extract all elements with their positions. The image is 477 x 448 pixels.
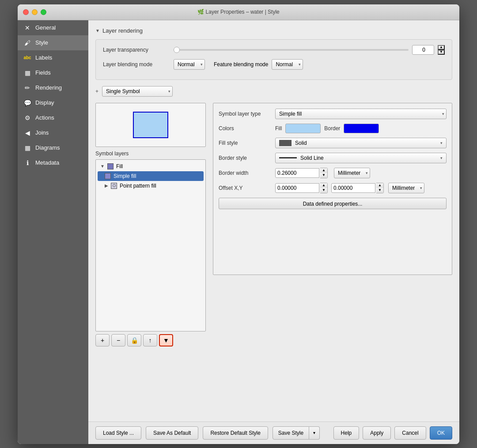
- apply-button[interactable]: Apply: [363, 426, 391, 440]
- border-width-unit-wrapper: Millimeter Pixel Point: [334, 168, 370, 178]
- load-style-button[interactable]: Load Style ...: [95, 426, 141, 440]
- layer-rendering-header: ▼ Layer rendering: [95, 27, 452, 34]
- fill-text-label: Fill: [275, 125, 282, 132]
- offset-x-spin: ▲ ▼: [320, 183, 328, 193]
- offset-inputs: ▲ ▼ ▲ ▼: [275, 183, 424, 193]
- sidebar-item-metadata[interactable]: ℹ Metadata: [18, 155, 88, 170]
- tree-item-simple-fill[interactable]: Simple fill: [98, 171, 204, 181]
- sidebar-label-general: General: [35, 24, 56, 31]
- sidebar-item-general[interactable]: ✕ General: [18, 20, 88, 35]
- remove-layer-button[interactable]: −: [111, 334, 125, 346]
- tree-item-fill[interactable]: ▼ Fill: [98, 162, 204, 171]
- border-width-unit-select[interactable]: Millimeter Pixel Point: [334, 168, 370, 178]
- offset-x-up[interactable]: ▲: [320, 183, 327, 188]
- layer-blending-select[interactable]: Normal Multiply Screen: [174, 59, 205, 70]
- layer-blending-wrapper: Normal Multiply Screen: [174, 59, 205, 70]
- border-color-swatch[interactable]: [344, 124, 379, 133]
- cancel-button[interactable]: Cancel: [394, 426, 426, 440]
- offset-y-spin: ▲ ▼: [376, 183, 384, 193]
- offset-x-down[interactable]: ▼: [320, 188, 327, 193]
- expand-point-icon: ▶: [105, 183, 108, 188]
- border-width-up[interactable]: ▲: [320, 168, 327, 173]
- add-layer-button[interactable]: +: [95, 334, 110, 346]
- tree-item-point-pattern[interactable]: ▶ ⬡ Point pattern fill: [98, 181, 204, 191]
- border-style-value: Solid Line: [300, 155, 324, 161]
- transparency-up-btn[interactable]: ▲: [438, 45, 445, 50]
- maximize-button[interactable]: [41, 9, 46, 15]
- sidebar-label-metadata: Metadata: [35, 159, 59, 166]
- sidebar-item-actions[interactable]: ⚙ Actions: [18, 110, 88, 125]
- offset-unit-select[interactable]: Millimeter Pixel Point: [388, 183, 424, 193]
- sidebar-item-diagrams[interactable]: ▦ Diagrams: [18, 140, 88, 155]
- offset-y-input[interactable]: [331, 183, 375, 193]
- symbol-layer-type-row: Symbol layer type Simple fill Point patt…: [219, 109, 447, 119]
- sidebar-item-style[interactable]: 🖌 Style: [18, 35, 88, 50]
- symbol-preview-panel: Symbol layers ▼ Fill Simple fi: [95, 103, 206, 346]
- offset-unit-wrapper: Millimeter Pixel Point: [388, 183, 424, 193]
- symbol-layer-type-select[interactable]: Simple fill Point pattern fill Line patt…: [275, 109, 447, 119]
- border-style-display[interactable]: Solid Line ▾: [275, 153, 447, 163]
- move-layer-up-button[interactable]: ↑: [143, 334, 157, 346]
- offset-y-down[interactable]: ▼: [376, 188, 383, 193]
- sidebar: ✕ General 🖌 Style abc Labels ▦ Fields ✏ …: [18, 20, 88, 444]
- transparency-down-btn[interactable]: ▼: [438, 50, 445, 55]
- offset-label: Offset X,Y: [219, 185, 272, 191]
- fill-style-label: Fill style: [219, 140, 272, 146]
- fill-color-icon: [107, 163, 114, 169]
- border-width-label: Border width: [219, 170, 272, 176]
- table-icon: ▦: [23, 68, 32, 77]
- offset-y-up[interactable]: ▲: [376, 183, 383, 188]
- help-button[interactable]: Help: [333, 426, 360, 440]
- border-style-label: Border style: [219, 155, 272, 161]
- offset-x-input[interactable]: [275, 183, 319, 193]
- chat-icon: 💬: [23, 98, 32, 107]
- fill-style-swatch: [279, 140, 292, 146]
- symbol-display-area: Symbol layers ▼ Fill Simple fi: [95, 103, 452, 346]
- sidebar-label-joins: Joins: [35, 129, 49, 136]
- symbol-preview-box: [95, 103, 206, 147]
- save-style-group: Save Style ▾: [273, 426, 320, 440]
- symbol-type-select[interactable]: Single Symbol Categorized Graduated: [102, 86, 173, 97]
- sidebar-label-actions: Actions: [35, 114, 54, 121]
- sidebar-item-labels[interactable]: abc Labels: [18, 50, 88, 65]
- sidebar-item-joins[interactable]: ◀ Joins: [18, 125, 88, 140]
- sidebar-item-display[interactable]: 💬 Display: [18, 95, 88, 110]
- transparency-slider-container: ▲ ▼: [174, 45, 445, 55]
- collapse-arrow-icon[interactable]: ▼: [95, 28, 100, 33]
- ok-button[interactable]: OK: [430, 426, 452, 440]
- save-style-button[interactable]: Save Style: [273, 426, 309, 440]
- sidebar-item-fields[interactable]: ▦ Fields: [18, 65, 88, 80]
- transparency-slider[interactable]: [174, 49, 409, 51]
- close-button[interactable]: [23, 9, 29, 15]
- fill-color-swatch[interactable]: [285, 124, 321, 133]
- feature-blending-label-container: Feature blending mode: [214, 61, 268, 68]
- content-scroll: ▼ Layer rendering Layer transparency ▲ ▼: [88, 20, 459, 422]
- minimize-button[interactable]: [32, 9, 38, 15]
- symbol-type-wrapper: Single Symbol Categorized Graduated: [102, 86, 173, 97]
- border-text-label: Border: [324, 125, 340, 132]
- fill-style-display[interactable]: Solid ▾: [275, 138, 447, 148]
- feature-blending-select[interactable]: Normal Multiply Screen: [272, 59, 303, 70]
- save-as-default-button[interactable]: Save As Default: [146, 426, 198, 440]
- restore-default-button[interactable]: Restore Default Style: [203, 426, 268, 440]
- expand-fill-icon: ▼: [100, 164, 105, 169]
- save-style-dropdown-button[interactable]: ▾: [309, 426, 320, 440]
- window-controls: [23, 9, 46, 15]
- sidebar-label-fields: Fields: [35, 69, 51, 76]
- border-width-down[interactable]: ▼: [320, 173, 327, 178]
- transparency-label: Layer transparency: [103, 47, 174, 53]
- gear-icon: ⚙: [23, 113, 32, 122]
- colors-swatches: Fill Border: [275, 124, 379, 133]
- sidebar-item-rendering[interactable]: ✏ Rendering: [18, 80, 88, 95]
- symbol-layer-type-wrapper: Simple fill Point pattern fill Line patt…: [275, 109, 447, 119]
- border-width-spin: ▲ ▼: [320, 168, 328, 178]
- data-defined-button[interactable]: Data defined properties...: [219, 198, 447, 209]
- border-width-input[interactable]: [275, 168, 319, 178]
- tree-label-simple-fill: Simple fill: [114, 173, 136, 179]
- transparency-input[interactable]: [412, 45, 434, 55]
- offset-y-group: ▲ ▼: [331, 183, 384, 193]
- transparency-row: Layer transparency ▲ ▼: [103, 45, 445, 55]
- wrench-icon: ✕: [23, 23, 32, 32]
- move-layer-down-button[interactable]: ▼: [159, 334, 173, 346]
- lock-layer-button[interactable]: 🔒: [127, 334, 141, 346]
